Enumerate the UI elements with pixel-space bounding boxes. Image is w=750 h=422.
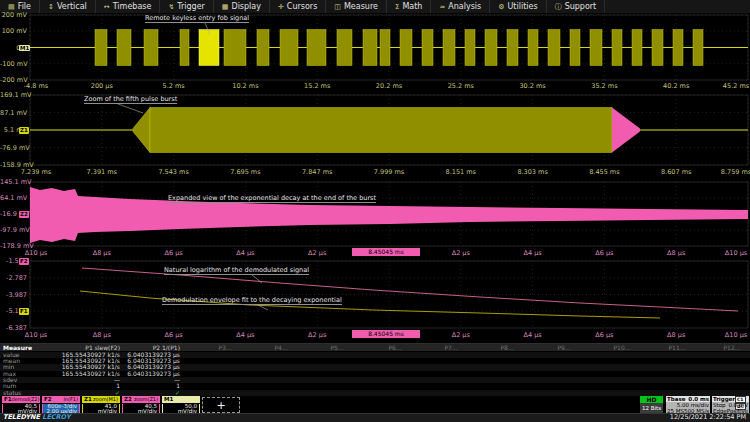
x-axis-label: 7.999 ms [374, 168, 404, 176]
x-axis-label: 40.2 ms [663, 82, 689, 90]
x-axis-label: 7.695 ms [230, 168, 260, 176]
x-axis-label: Δ6 µs [165, 249, 183, 257]
measure-col-header[interactable]: P10... [594, 345, 650, 352]
support-icon: ⓘ [555, 2, 562, 12]
x-axis-label: Δ2 µs [308, 331, 326, 339]
annotation-exponential-decay: Expanded view of the exponential decay a… [168, 195, 376, 203]
x-axis-label: -4.8 ms [24, 82, 48, 90]
menu-item-math[interactable]: ΣMath [387, 0, 431, 13]
x-axis-label: Δ8 µs [93, 331, 111, 339]
analysis-icon: ≈ [439, 3, 445, 11]
x-axis-label: Δ10 µs [25, 331, 47, 339]
x-axis-label: 15.2 ms [304, 82, 330, 90]
menu-label: Vertical [57, 2, 87, 11]
measure-col-header[interactable]: P11... [649, 345, 705, 352]
file-icon: ▤ [8, 3, 15, 11]
x-axis-label: 8.607 ms [661, 168, 691, 176]
y-axis-label: 87.1 mV [0, 109, 27, 116]
x-axis-label: 7.847 ms [302, 168, 332, 176]
descriptor-source: zoom(Z1) [134, 396, 158, 403]
descriptor-m1[interactable]: M150.0 mV/div5.00 ms/div [162, 396, 200, 414]
x-axis-label: 20.2 ms [376, 82, 402, 90]
y-axis-label: -100 mV [0, 60, 27, 67]
descriptor-f1[interactable]: F1demod(Z2)40.5 mV/div2.00 µs/div [2, 396, 40, 414]
measure-col-header[interactable]: P4... [253, 345, 309, 352]
measure-col-header[interactable]: P9... [536, 345, 592, 352]
utilities-icon: ⚙ [498, 3, 504, 11]
menu-label: Trigger [177, 2, 205, 11]
menu-item-measure[interactable]: ◫Measure [326, 0, 387, 13]
descriptor-f2[interactable]: F2ln(F1)600e-3/div2.00 µs/div [42, 396, 80, 414]
trace-badge-f1[interactable]: F1 [19, 308, 29, 315]
y-axis-label: -97.9 mV [0, 227, 27, 234]
descriptor-header: Z2zoom(Z1) [122, 396, 160, 403]
menu-item-utilities[interactable]: ⚙Utilities [490, 0, 546, 13]
x-axis-label: 25.2 ms [448, 82, 474, 90]
x-axis-label: Δ2 µs [308, 249, 326, 257]
x-axis-label: Δ10 µs [725, 331, 747, 339]
status-bar: TELEDYNE LECROY 12/25/2021 2:22:54 PM [0, 413, 750, 422]
descriptor-id: Z1 [84, 396, 92, 403]
trace-badge-z1[interactable]: Z1 [19, 127, 29, 134]
menu-item-cursors[interactable]: ✛Cursors [270, 0, 326, 13]
vertical-icon: ↕ [48, 3, 54, 11]
measure-col-header[interactable]: P12... [704, 345, 750, 352]
hd-badge: HD [640, 396, 663, 403]
center-time-ref-plot3: 8.45045 ms [352, 248, 420, 256]
trace-badge-z2[interactable]: Z2 [19, 211, 29, 218]
x-axis-label: Δ2 µs [452, 331, 470, 339]
menu-item-analysis[interactable]: ≈Analysis [431, 0, 490, 13]
measure-col-header[interactable]: P5... [309, 345, 365, 352]
menu-label: Analysis [448, 2, 481, 11]
oscilloscope-screen: ▤File↕Vertical↔Timebase↯Trigger▦Display✛… [0, 0, 750, 422]
x-axis-label: Δ8 µs [667, 249, 685, 257]
y-axis-label: -2.787 [0, 274, 27, 281]
y-axis-label: 200 mV [0, 12, 27, 19]
x-axis-label: 8.151 ms [446, 168, 476, 176]
menu-item-display[interactable]: ▦Display [214, 0, 270, 13]
descriptor-z1[interactable]: Z1zoom(M1)41.0 mV/div152 µs/div [82, 396, 120, 414]
annotation-zoom-burst: Zoom of the fifth pulse burst [84, 96, 177, 104]
center-time-ref-plot4: 8.45045 ms [352, 330, 420, 338]
measure-col-header[interactable]: P8... [479, 345, 535, 352]
brand-logo: TELEDYNE LECROY [3, 413, 71, 421]
x-axis-label: Δ10 µs [725, 249, 747, 257]
hd-resolution-box: HD 12 Bits [640, 396, 663, 414]
measure-col-header[interactable]: P3... [197, 345, 253, 352]
descriptor-source: demod(Z2) [12, 396, 40, 403]
brand-secondary: LECROY [42, 413, 70, 421]
timebase-box[interactable]: Tbase 0.0 ms 5.00 ms/div 25 MS500 MS/s [666, 396, 710, 414]
annotation-natural-log: Natural logarithm of the demodulated sig… [164, 267, 309, 275]
trace-badge-m1[interactable]: M1 [19, 45, 30, 52]
trigger-box[interactable]: Trigger C1 DC Stop0.0 mV EdgePositive [712, 396, 749, 414]
descriptor-z2[interactable]: Z2zoom(Z1)40.5 mV/div2.00 µs/div [122, 396, 160, 414]
add-trace-button[interactable]: + [202, 397, 240, 413]
x-axis-label: Δ4 µs [524, 331, 542, 339]
x-axis-label: 200 µs [91, 82, 113, 90]
y-axis-label: 64.1 mV [0, 195, 27, 202]
x-axis-label: Δ10 µs [25, 249, 47, 257]
menu-item-trigger[interactable]: ↯Trigger [160, 0, 213, 13]
y-axis-label: 145.1 mV [0, 179, 27, 186]
measure-col-header[interactable]: P6... [367, 345, 423, 352]
descriptor-source: ln(F1) [63, 396, 78, 403]
y-axis-label: -76.9 mV [0, 144, 27, 151]
menu-item-vertical[interactable]: ↕Vertical [40, 0, 96, 13]
trace-badge-f2[interactable]: F2 [19, 258, 29, 265]
menu-item-timebase[interactable]: ↔Timebase [96, 0, 161, 13]
trigger-icon: ↯ [168, 3, 174, 11]
cursors-icon: ✛ [278, 3, 284, 11]
display-icon: ▦ [222, 3, 229, 11]
descriptor-header: F1demod(Z2) [2, 396, 40, 403]
descriptor-header: M1 [162, 396, 200, 403]
y-axis-label: -178.9 mV [0, 243, 27, 250]
y-axis-label: 169.1 mV [0, 92, 27, 99]
menu-bar: ▤File↕Vertical↔Timebase↯Trigger▦Display✛… [0, 0, 750, 14]
measure-col-header[interactable]: P7... [423, 345, 479, 352]
menu-label: Utilities [508, 2, 538, 11]
y-axis-label: 100 mV [0, 28, 27, 35]
menu-item-support[interactable]: ⓘSupport [547, 0, 606, 13]
x-axis-label: 5.2 ms [163, 82, 185, 90]
descriptor-id: M1 [164, 396, 173, 403]
x-axis-label: Δ8 µs [667, 331, 685, 339]
